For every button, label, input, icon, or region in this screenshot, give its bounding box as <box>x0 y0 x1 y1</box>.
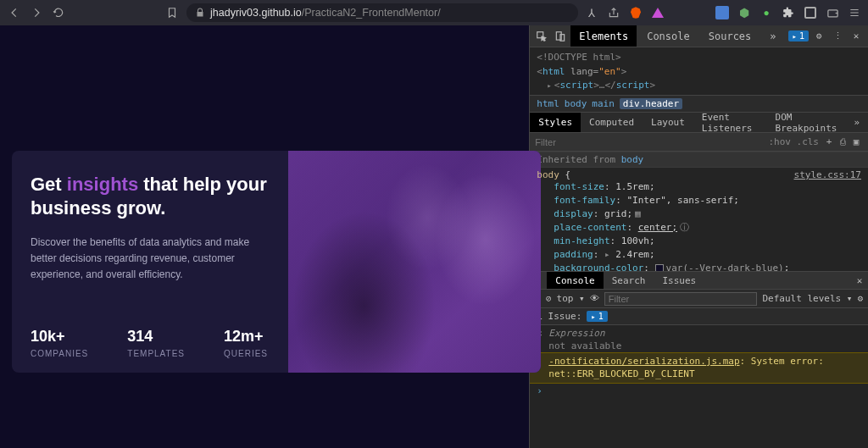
bookmark-icon[interactable] <box>164 5 180 20</box>
devtools-close-icon[interactable]: ✕ <box>848 30 865 41</box>
brave-shields-icon[interactable] <box>629 6 643 19</box>
stat-templates: 314 TEMPLATES <box>127 328 185 358</box>
translate-icon[interactable]: ⅄ <box>585 6 598 19</box>
subtab-dom-breakpoints[interactable]: DOM Breakpoints <box>767 113 846 132</box>
stat-companies: 10k+ COMPANIES <box>31 328 88 358</box>
extensions-puzzle-icon[interactable] <box>782 6 795 19</box>
browser-toolbar: jhadyriv03.github.io/PracticaN2_Frontend… <box>0 0 868 25</box>
breadcrumb-html[interactable]: html <box>537 98 559 109</box>
drawer-tab-console[interactable]: Console <box>547 272 603 289</box>
sidebar-panel-icon[interactable] <box>804 6 817 19</box>
subtab-event-listeners[interactable]: Event Listeners <box>693 113 767 132</box>
drawer-close-icon[interactable]: ✕ <box>851 275 868 286</box>
issues-badge[interactable]: ▸1 <box>788 30 809 41</box>
subtab-more[interactable]: » <box>845 113 868 132</box>
devtools-settings-icon[interactable]: ⚙ <box>810 30 827 41</box>
dom-tree[interactable]: <!DOCTYPE html> <html lang="en"> <script… <box>530 47 868 95</box>
drawer-tab-issues[interactable]: Issues <box>654 272 704 289</box>
console-output[interactable]: ✕Expression not available -notification/… <box>530 325 868 448</box>
forward-button[interactable] <box>29 5 44 20</box>
reload-button[interactable] <box>51 5 66 20</box>
console-warning: -notification/serialization.js.map: Syst… <box>530 352 868 384</box>
stat-queries: 12m+ QUERIES <box>224 328 268 358</box>
tab-console[interactable]: Console <box>638 25 698 47</box>
styles-panel-icon[interactable]: ▣ <box>849 136 863 147</box>
console-filter-input[interactable] <box>604 292 758 306</box>
grid-badge-icon[interactable]: ▦ <box>635 207 641 221</box>
devtools-panel: Elements Console Sources » ▸1 ⚙ ⋮ ✕ <!DO… <box>529 25 868 448</box>
rule-body[interactable]: style.css:17 body { font-size: 1.5rem; f… <box>530 168 868 271</box>
devtools-kebab-icon[interactable]: ⋮ <box>829 30 846 41</box>
device-toggle-icon[interactable] <box>552 30 569 42</box>
extension-icon-1[interactable] <box>715 6 729 19</box>
menu-icon[interactable] <box>848 6 861 19</box>
subtab-computed[interactable]: Computed <box>581 113 643 132</box>
live-expression-icon[interactable]: 👁 <box>590 293 599 304</box>
console-toolbar: ▸ ⊘ top ▾ 👁 Default levels ▾ ⚙ <box>530 290 868 308</box>
breadcrumb-body[interactable]: body <box>565 98 587 109</box>
inherited-from-body: Inherited from body <box>530 152 868 168</box>
styles-subtabs: Styles Computed Layout Event Listeners D… <box>530 113 868 133</box>
hov-cls-toggle[interactable]: :hov .cls <box>768 136 819 147</box>
tab-sources[interactable]: Sources <box>700 25 760 47</box>
page-viewport: Get insights that help your business gro… <box>0 25 529 448</box>
breadcrumb-main[interactable]: main <box>592 98 615 109</box>
drawer-tab-search[interactable]: Search <box>604 272 654 289</box>
brave-rewards-icon[interactable] <box>651 6 665 19</box>
stats-card: Get insights that help your business gro… <box>12 151 541 373</box>
card-paragraph: Discover the benefits of data analytics … <box>31 235 268 284</box>
console-prompt[interactable]: › <box>530 384 868 398</box>
color-swatch-icon[interactable] <box>655 264 664 271</box>
url-text: jhadyriv03.github.io/PracticaN2_Frontend… <box>210 7 441 19</box>
log-levels-selector[interactable]: Default levels ▾ <box>762 293 852 304</box>
wallet-icon[interactable] <box>826 6 839 19</box>
inspect-element-icon[interactable] <box>533 30 550 42</box>
styles-filter-row: :hov .cls + ⎙ ▣ <box>530 133 868 152</box>
devtools-tabs: Elements Console Sources » ▸1 ⚙ ⋮ ✕ <box>530 25 868 47</box>
styles-print-icon[interactable]: ⎙ <box>836 136 849 147</box>
extension-icon-3[interactable]: ● <box>760 6 773 19</box>
dom-breadcrumb: html body main div.header <box>530 95 868 113</box>
context-selector[interactable]: top ▾ <box>557 293 585 304</box>
console-issue-bar[interactable]: 1 Issue: ▸1 <box>530 308 868 325</box>
clear-console-icon[interactable]: ⊘ <box>546 293 552 304</box>
console-drawer-tabs: ⋮ Console Search Issues ✕ <box>530 271 868 290</box>
back-button[interactable] <box>7 5 22 20</box>
card-image <box>288 151 541 373</box>
lock-icon <box>195 8 205 18</box>
console-settings-icon[interactable]: ⚙ <box>857 293 863 304</box>
share-icon[interactable] <box>607 6 620 19</box>
tab-elements[interactable]: Elements <box>570 25 637 47</box>
tab-more[interactable]: » <box>761 25 784 47</box>
styles-filter-input[interactable] <box>535 137 768 147</box>
card-heading: Get insights that help your business gro… <box>31 173 270 219</box>
subtab-layout[interactable]: Layout <box>643 113 693 132</box>
breadcrumb-selected[interactable]: div.header <box>620 98 682 109</box>
url-bar[interactable]: jhadyriv03.github.io/PracticaN2_Frontend… <box>186 3 578 22</box>
info-icon[interactable]: ⓘ <box>680 221 689 235</box>
styles-pane[interactable]: Inherited from body style.css:17 body { … <box>530 152 868 271</box>
new-style-rule-icon[interactable]: + <box>822 136 836 147</box>
rule-source-link[interactable]: style.css:17 <box>794 169 861 180</box>
subtab-styles[interactable]: Styles <box>530 113 581 132</box>
extension-icon-2[interactable]: ⬢ <box>737 6 751 19</box>
